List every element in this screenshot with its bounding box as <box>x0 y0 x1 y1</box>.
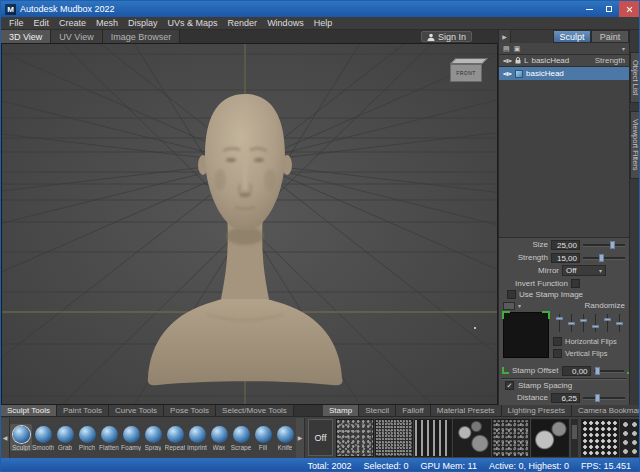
sculpt-tool-button[interactable]: Flatten <box>98 424 120 451</box>
stamp-offset-slider[interactable] <box>594 366 624 376</box>
sculpt-tool-button[interactable]: Imprint <box>186 424 208 451</box>
chevron-down-icon: ▾ <box>599 267 602 274</box>
preset-tab[interactable]: Material Presets <box>431 405 502 416</box>
tray-scrollbar[interactable] <box>571 419 578 457</box>
sculpt-tool-button[interactable]: Pinch <box>76 424 98 451</box>
tool-tab-group: Sculpt Tools Paint Tools Curve Tools Pos… <box>1 405 294 416</box>
preset-tab[interactable]: Stamp <box>323 405 359 416</box>
menu-item[interactable]: UVs & Maps <box>163 18 223 28</box>
randomize-slider[interactable] <box>616 314 623 332</box>
tab-sculpt[interactable]: Sculpt <box>553 30 591 43</box>
stamp-thumbnail[interactable] <box>414 419 452 457</box>
randomize-slider[interactable] <box>556 314 563 332</box>
stamp-picker-caret-icon[interactable]: ▾ <box>518 302 521 309</box>
stamp-off-button[interactable]: Off <box>308 419 333 456</box>
preset-tab[interactable]: Camera Bookmarks <box>572 405 640 416</box>
menu-item[interactable]: Windows <box>262 18 309 28</box>
sculpt-tool-button[interactable]: Grab <box>54 424 76 451</box>
stamp-thumbnail[interactable] <box>531 419 569 457</box>
layer-menu-icon[interactable]: ▾ <box>622 45 625 52</box>
tab-object-list[interactable]: Object List <box>630 52 640 103</box>
new-layer-icon[interactable]: ▤ <box>503 45 510 53</box>
mirror-label: Mirror <box>503 266 559 275</box>
maximize-button[interactable] <box>599 1 619 17</box>
sculpt-tool-button[interactable]: Spray <box>142 424 164 451</box>
sculpt-tool-button[interactable]: Scrape <box>230 424 252 451</box>
randomize-slider[interactable] <box>592 314 599 332</box>
scroll-right-button[interactable]: ▶ <box>296 418 305 458</box>
sign-in-button[interactable]: Sign In <box>421 31 472 42</box>
sculpt-tool-button[interactable]: Foamy <box>120 424 142 451</box>
sculpt-tool-button[interactable]: Knife <box>274 424 296 451</box>
tool-tab[interactable]: Paint Tools <box>57 405 109 416</box>
randomize-slider[interactable] <box>580 314 587 332</box>
stamp-thumbnail[interactable] <box>620 419 639 457</box>
stamp-spacing-checkbox[interactable]: ✓ <box>505 381 514 390</box>
tab-image-browser[interactable]: Image Browser <box>103 30 181 43</box>
tab-uv-view[interactable]: UV View <box>51 30 102 43</box>
sculpt-tool-button[interactable]: Sculpt <box>10 424 32 451</box>
stamp-thumbnail[interactable] <box>453 419 491 457</box>
stamp-offset-slider-handle[interactable] <box>595 367 600 375</box>
size-slider[interactable] <box>583 240 625 250</box>
mirror-dropdown[interactable]: Off ▾ <box>562 265 606 276</box>
stamp-thumbnail[interactable] <box>492 419 530 457</box>
title-bar[interactable]: M Autodesk Mudbox 2022 <box>1 1 639 17</box>
stamp-thumbnail[interactable] <box>336 419 374 457</box>
size-slider-handle[interactable] <box>610 241 615 249</box>
minimize-button[interactable] <box>579 1 599 17</box>
randomize-slider[interactable] <box>604 314 611 332</box>
vertical-flips-checkbox[interactable] <box>553 349 562 358</box>
lock-column-label: L <box>524 56 528 65</box>
distance-slider-handle[interactable] <box>595 394 600 402</box>
tab-viewport-filters[interactable]: Viewport Filters <box>630 111 640 179</box>
menu-item[interactable]: Help <box>309 18 338 28</box>
menu-item[interactable]: Mesh <box>91 18 123 28</box>
tab-paint[interactable]: Paint <box>591 30 629 43</box>
layer-list-empty-area[interactable] <box>499 80 629 238</box>
size-field[interactable]: 25,00 <box>551 240 580 250</box>
layer-row-basichead[interactable]: basicHead <box>499 67 629 80</box>
menu-item[interactable]: Display <box>123 18 163 28</box>
view-cube-front-label: FRONT <box>450 64 482 82</box>
menu-item[interactable]: Render <box>223 18 263 28</box>
close-button[interactable] <box>619 1 639 17</box>
randomize-slider[interactable] <box>568 314 575 332</box>
preset-tab[interactable]: Lighting Presets <box>502 405 572 416</box>
preset-tab[interactable]: Falloff <box>396 405 431 416</box>
strength-slider[interactable] <box>583 253 625 263</box>
invert-function-checkbox[interactable] <box>571 279 580 288</box>
menu-item[interactable]: Create <box>54 18 91 28</box>
horizontal-flips-checkbox[interactable] <box>553 337 562 346</box>
stamp-thumbnail[interactable] <box>375 419 413 457</box>
stamp-thumbnail[interactable] <box>581 419 619 457</box>
sculpt-tool-button[interactable]: Wax <box>208 424 230 451</box>
strength-slider-handle[interactable] <box>599 254 604 262</box>
panel-collapse-button[interactable]: ▶ <box>499 30 511 43</box>
tool-tab[interactable]: Sculpt Tools <box>1 405 57 416</box>
sculpt-paint-tabs: ▶ Sculpt Paint <box>499 30 629 43</box>
tool-tab[interactable]: Select/Move Tools <box>216 405 294 416</box>
tool-tab[interactable]: Curve Tools <box>109 405 164 416</box>
sculpt-tool-button[interactable]: Repeat <box>164 424 186 451</box>
stamp-image-thumb[interactable] <box>503 302 515 310</box>
3d-viewport[interactable]: FRONT <box>1 43 498 405</box>
tool-tab[interactable]: Pose Tools <box>164 405 216 416</box>
tab-3d-view[interactable]: 3D View <box>1 30 51 43</box>
preset-tab[interactable]: Stencil <box>359 405 396 416</box>
visibility-icon[interactable] <box>503 71 512 77</box>
sculpt-tool-button[interactable]: Fill <box>252 424 274 451</box>
sculpt-tool-button[interactable]: Smooth <box>32 424 54 451</box>
distance-field[interactable]: 6,25 <box>551 393 580 403</box>
lock-icon <box>515 57 521 64</box>
layer-group-icon[interactable]: ▣ <box>514 45 521 53</box>
view-cube-gizmo[interactable]: FRONT <box>450 58 482 82</box>
use-stamp-image-checkbox[interactable] <box>507 290 516 299</box>
strength-field[interactable]: 15,00 <box>551 253 580 263</box>
distance-slider[interactable] <box>583 393 625 403</box>
scroll-left-button[interactable]: ◀ <box>1 418 10 458</box>
stamp-offset-field[interactable]: 0,00 <box>562 366 591 376</box>
stamp-preview[interactable] <box>503 312 549 358</box>
menu-item[interactable]: File <box>4 18 29 28</box>
menu-item[interactable]: Edit <box>29 18 55 28</box>
